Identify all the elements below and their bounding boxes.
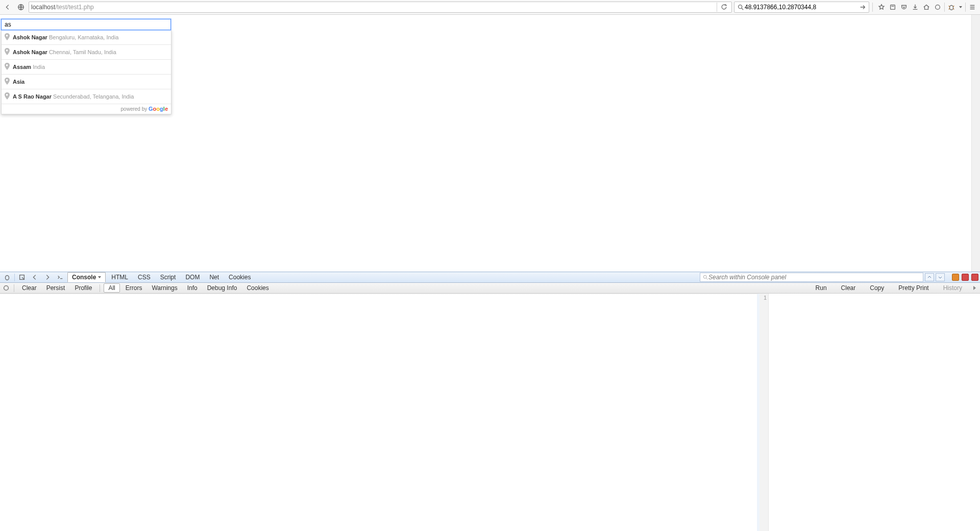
bookmark-star-button[interactable] — [876, 2, 887, 13]
tab-label: Console — [72, 274, 96, 281]
marker-icon — [5, 63, 10, 71]
suggestion-item[interactable]: Ashok Nagar Chennai, Tamil Nadu, India — [2, 44, 171, 59]
search-icon — [737, 3, 745, 11]
run-button[interactable]: Run — [812, 284, 831, 292]
library-button[interactable] — [887, 2, 898, 13]
filter-all[interactable]: All — [104, 283, 119, 293]
nav-forward-icon[interactable] — [42, 272, 53, 283]
firebug-tabbar: Console HTML CSS Script DOM Net Cookies — [0, 272, 980, 283]
separator — [872, 3, 873, 12]
svg-point-7 — [703, 275, 706, 278]
suggestion-item[interactable]: Asia — [2, 74, 171, 89]
tab-cookies[interactable]: Cookies — [225, 273, 255, 282]
console-output[interactable] — [0, 294, 760, 531]
separator — [944, 3, 945, 12]
browser-toolbar: localhost/test/test1.php — [0, 0, 980, 15]
google-logo: Google — [149, 106, 168, 112]
persist-button[interactable]: Persist — [42, 284, 69, 292]
tab-html[interactable]: HTML — [107, 273, 132, 282]
tab-css[interactable]: CSS — [134, 273, 155, 282]
filter-errors[interactable]: Errors — [121, 284, 146, 292]
clear-editor-button[interactable]: Clear — [837, 284, 860, 292]
suggestion-secondary: Secunderabad, Telangana, India — [53, 93, 134, 100]
suggestion-main: A S Rao Nagar — [13, 93, 52, 100]
separator — [14, 284, 14, 292]
inspector-icon[interactable] — [16, 272, 28, 283]
svg-point-4 — [950, 6, 953, 10]
firebug-icon[interactable] — [946, 2, 957, 13]
firebug-logo-icon[interactable] — [2, 272, 13, 283]
code-area[interactable] — [769, 294, 980, 531]
suggestion-item[interactable]: Assam India — [2, 59, 171, 74]
globe-icon — [15, 2, 27, 13]
tab-dom[interactable]: DOM — [181, 273, 204, 282]
filter-cookies[interactable]: Cookies — [242, 284, 273, 292]
autocomplete-dropdown: Ashok Nagar Bengaluru, Karnataka, India … — [1, 30, 172, 114]
tab-net[interactable]: Net — [205, 273, 223, 282]
firebug-body: 1 — [0, 294, 980, 531]
tab-console[interactable]: Console — [67, 272, 106, 282]
profile-button[interactable]: Profile — [70, 284, 96, 292]
firebug-search-input[interactable] — [708, 274, 921, 281]
home-button[interactable] — [921, 2, 932, 13]
page-content: Ashok Nagar Bengaluru, Karnataka, India … — [0, 15, 980, 114]
url-bar[interactable]: localhost/test/test1.php — [29, 2, 732, 13]
svg-point-1 — [739, 5, 742, 9]
suggestion-main: Assam — [13, 64, 31, 70]
reload-button[interactable] — [718, 2, 729, 13]
page-scrollbar[interactable] — [971, 15, 980, 272]
filter-debug[interactable]: Debug Info — [203, 284, 241, 292]
menu-button[interactable] — [967, 2, 978, 13]
suggestion-main: Asia — [13, 79, 24, 85]
filter-info[interactable]: Info — [183, 284, 202, 292]
svg-point-8 — [4, 286, 9, 291]
collapse-icon[interactable] — [973, 286, 976, 290]
editor-actions: Run Clear Copy Pretty Print History — [812, 284, 978, 292]
command-editor: 1 — [760, 294, 980, 531]
close-button[interactable] — [971, 274, 978, 281]
pocket-button[interactable] — [898, 2, 910, 13]
separator — [717, 3, 717, 12]
search-input[interactable] — [745, 3, 859, 12]
autocomplete-input[interactable] — [1, 19, 171, 30]
tab-script[interactable]: Script — [156, 273, 180, 282]
pretty-print-button[interactable]: Pretty Print — [894, 284, 933, 292]
clear-button[interactable]: Clear — [18, 284, 41, 292]
downloads-button[interactable] — [910, 2, 921, 13]
back-button[interactable] — [2, 2, 13, 13]
history-button[interactable]: History — [939, 284, 966, 292]
suggestion-item[interactable]: Ashok Nagar Bengaluru, Karnataka, India — [2, 30, 171, 44]
filter-warnings[interactable]: Warnings — [148, 284, 181, 292]
firebug-panel: Console HTML CSS Script DOM Net Cookies … — [0, 272, 980, 531]
marker-icon — [5, 33, 10, 41]
panel-down-button[interactable] — [936, 273, 945, 281]
search-go-icon[interactable] — [859, 2, 867, 13]
break-icon[interactable] — [2, 282, 10, 294]
toolbar-actions — [876, 2, 978, 13]
suggestion-main: Ashok Nagar — [13, 34, 47, 40]
suggestion-secondary: India — [33, 64, 45, 70]
suggestion-secondary: Bengaluru, Karnataka, India — [49, 34, 118, 40]
command-line-icon[interactable] — [55, 272, 66, 283]
search-bar[interactable] — [734, 2, 869, 13]
copy-button[interactable]: Copy — [866, 284, 888, 292]
nav-back-icon[interactable] — [29, 272, 40, 283]
line-number: 1 — [764, 295, 767, 301]
suggestion-secondary: Chennai, Tamil Nadu, India — [49, 49, 116, 55]
minimize-button[interactable] — [952, 274, 959, 281]
powered-by: powered by Google — [2, 104, 171, 114]
dropdown-icon[interactable] — [957, 2, 964, 13]
powered-by-text: powered by — [121, 106, 149, 112]
suggestion-item[interactable]: A S Rao Nagar Secunderabad, Telangana, I… — [2, 89, 171, 104]
line-gutter: 1 — [760, 294, 769, 531]
firebug-search[interactable] — [700, 273, 923, 282]
suggestion-main: Ashok Nagar — [13, 49, 47, 55]
detach-button[interactable] — [962, 274, 969, 281]
chat-icon[interactable] — [932, 2, 943, 13]
chevron-down-icon — [98, 276, 101, 278]
search-icon — [702, 274, 708, 280]
svg-point-5 — [6, 276, 9, 280]
panel-up-button[interactable] — [925, 273, 934, 281]
svg-rect-2 — [891, 5, 895, 10]
url-host: localhost — [31, 4, 55, 11]
